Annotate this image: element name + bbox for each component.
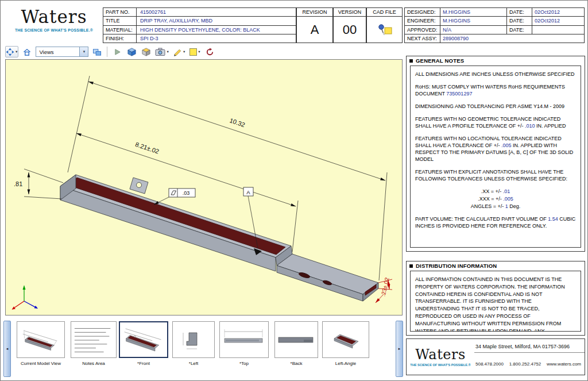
- thumbnail-label: Left-Angle: [322, 361, 369, 366]
- markup-rotate-button[interactable]: [204, 46, 216, 57]
- thumbnail-current-model-view[interactable]: Current Model View: [17, 321, 65, 366]
- thumbnail-notes-area[interactable]: Notes Area: [71, 321, 117, 366]
- thumbnail-image[interactable]: [119, 321, 168, 358]
- appearance-button[interactable]: [140, 46, 152, 57]
- general-notes-panel: GENERAL NOTES ALL DIMENSIONS ARE INCHES …: [406, 56, 585, 252]
- note-item: PART VOLUME: THE CALCULATED PART VOLUME …: [415, 215, 576, 229]
- cad-file-label: CAD FILE: [367, 8, 402, 17]
- play-icon: [114, 48, 121, 56]
- finish-value: SPI D-3: [137, 34, 158, 43]
- feature-control-frame[interactable]: .03: [154, 188, 195, 205]
- engineer-value: M.HIGGINS: [440, 17, 507, 25]
- background-color-button[interactable]: ▼: [189, 46, 201, 57]
- left-angle-preview-icon: [323, 322, 369, 357]
- thumbnail-left-angle[interactable]: Left-Angle: [322, 321, 369, 366]
- finish-label: FINISH:: [103, 34, 137, 43]
- part-no-label: PART NO.: [103, 8, 137, 16]
- note-item: ALL DIMENSIONS ARE INCHES UNLESS OTHERWI…: [415, 71, 576, 78]
- coordinate-triad-icon: [12, 285, 38, 310]
- thumbnail-scroll-right-button[interactable]: ►: [396, 321, 403, 377]
- approved-value: N/A: [440, 26, 507, 34]
- stacked-views-icon: [92, 48, 102, 56]
- distribution-header: DISTRIBUTION INFORMATION: [407, 261, 585, 270]
- views-dropdown[interactable]: Views ▼: [36, 47, 88, 57]
- pushpin-icon[interactable]: [377, 24, 393, 36]
- dim-cavity-length[interactable]: 8.21±.02: [134, 141, 160, 155]
- flatness-tolerance-value: .03: [183, 190, 190, 196]
- general-notes-body: ALL DIMENSIONS ARE INCHES UNLESS OTHERWI…: [410, 66, 581, 248]
- thumbnail-front[interactable]: *Front: [119, 321, 168, 366]
- drawing-canvas[interactable]: 10.32 8.21±.02 .81 .23±.02 .03: [6, 60, 402, 315]
- thumbnail-image[interactable]: [172, 321, 215, 358]
- chevron-down-icon: ▼: [198, 50, 200, 53]
- designed-date-label: DATE:: [507, 8, 532, 16]
- thumbnail-image[interactable]: [322, 321, 369, 358]
- revision-value: A: [297, 17, 332, 43]
- thumbnail-label: *Top: [219, 361, 269, 366]
- approvals-row: ENGINEER: M.HIGGINS DATE: 02Oct2012: [405, 17, 584, 25]
- notes-area-preview-icon: [71, 322, 116, 357]
- revision-label: REVISION: [297, 8, 332, 17]
- thumbnail-top[interactable]: *Top: [219, 321, 269, 366]
- drawing-viewport[interactable]: 10.32 8.21±.02 .81 .23±.02 .03: [5, 59, 403, 315]
- play-animation-button[interactable]: [111, 46, 123, 57]
- views-dropdown-value: Views: [39, 49, 53, 55]
- cad-file-cell[interactable]: [367, 17, 402, 43]
- approvals-row: APPROVED: N/A DATE:: [405, 26, 584, 34]
- thumbnail-image[interactable]: [71, 321, 117, 358]
- dim-left-height[interactable]: .81: [14, 180, 22, 187]
- version-label: VERSION: [334, 8, 366, 17]
- thumbnail-image[interactable]: [17, 321, 65, 358]
- snapshot-button[interactable]: ▼: [154, 46, 169, 57]
- pan-tool-button[interactable]: ▼: [5, 46, 18, 57]
- footer-waters-logo: Waters THE SCIENCE OF WHAT'S POSSIBLE.®: [407, 339, 474, 375]
- cycle-views-button[interactable]: [91, 46, 103, 57]
- home-view-button[interactable]: [21, 46, 33, 57]
- measure-pencil-icon: [173, 48, 182, 56]
- toolbar: ▼ Views ▼: [5, 45, 216, 59]
- back-view-preview-icon: [275, 322, 318, 357]
- material-value: HIGH DENSITY POLYETHYLENE, COLOR: BLACK: [137, 26, 260, 34]
- next-assy-value: 289008790: [440, 34, 584, 43]
- rotate-arrow-icon: [206, 48, 214, 56]
- version-block: VERSION 00: [333, 7, 366, 43]
- thumbnail-image[interactable]: [219, 321, 269, 358]
- footer-tollfree: 1.800.252.4752: [509, 361, 541, 367]
- thumbnail-label: *Back: [274, 361, 318, 366]
- title-block-row: FINISH: SPI D-3: [103, 34, 296, 43]
- footer-waters-logo-text: Waters: [415, 347, 466, 362]
- front-view-preview-icon: [121, 323, 167, 356]
- part-3d-tray[interactable]: [60, 175, 378, 301]
- title-value: DRIP TRAY, AUXILLIARY, MBD: [137, 17, 212, 25]
- note-item: .XX = +/- .01: [415, 188, 576, 195]
- bullet-square-icon: [409, 264, 413, 268]
- note-item: FEATURES WITH NO LOCATIONAL TOLERANCE IN…: [415, 135, 576, 163]
- designed-date: 02Oct2012: [532, 8, 584, 16]
- footer-brand-box: Waters THE SCIENCE OF WHAT'S POSSIBLE.® …: [406, 338, 585, 375]
- general-notes-title: GENERAL NOTES: [416, 57, 464, 64]
- version-value: 00: [334, 17, 366, 43]
- revision-block: REVISION A: [296, 7, 333, 43]
- dim-step-height[interactable]: .23±.02: [380, 276, 390, 297]
- footer-contacts-row: 508.478.2000 1.800.252.4752 www.waters.c…: [474, 353, 585, 375]
- thumbnail-left[interactable]: *Left: [172, 321, 215, 366]
- dim-overall-length[interactable]: 10.32: [229, 117, 246, 128]
- approved-date-label: DATE:: [507, 26, 532, 34]
- designed-value: M.HIGGINS: [440, 8, 507, 16]
- title-block: PART NO. 415002761 TITLE DRIP TRAY, AUXI…: [103, 7, 296, 43]
- footer-website: www.waters.com: [547, 361, 581, 367]
- footer-contact-area: 34 Maple Street, Milford, MA 01757-3696 …: [474, 339, 585, 375]
- note-item: FEATURES WITH EXPLICIT ANNOTATIONS SHALL…: [415, 168, 576, 182]
- thumbnail-back[interactable]: *Back: [274, 321, 318, 366]
- home-icon: [22, 48, 32, 56]
- thumbnail-label: *Front: [119, 361, 168, 366]
- shaded-view-button[interactable]: [126, 46, 137, 57]
- engineer-date-label: DATE:: [507, 17, 532, 25]
- thumbnail-image[interactable]: [274, 321, 318, 358]
- thumbnail-scroll-left-button[interactable]: ◄: [3, 321, 11, 377]
- camera-icon: [155, 48, 165, 56]
- measure-button[interactable]: ▼: [173, 46, 186, 57]
- title-block-row: MATERIAL: HIGH DENSITY POLYETHYLENE, COL…: [103, 26, 296, 34]
- current-model-view-preview-icon: [17, 322, 64, 357]
- engineer-date: 02Oct2012: [532, 17, 584, 25]
